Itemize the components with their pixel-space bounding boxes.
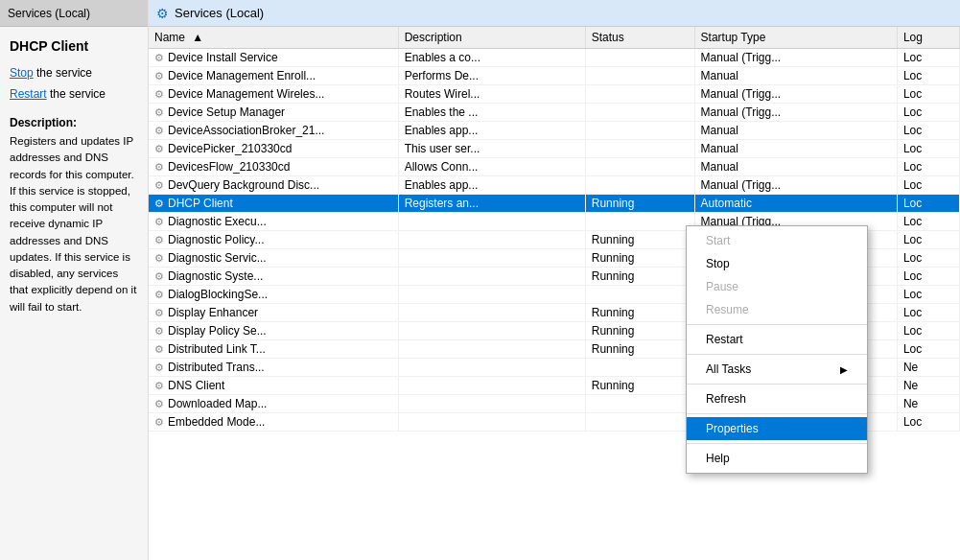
row-gear-icon: ⚙ bbox=[154, 161, 164, 173]
context-menu-item-all-tasks[interactable]: All Tasks▶ bbox=[687, 358, 867, 381]
row-gear-icon: ⚙ bbox=[154, 380, 164, 391]
restart-link[interactable]: Restart bbox=[10, 87, 47, 101]
cell-log: Loc bbox=[897, 195, 959, 213]
table-row[interactable]: ⚙Device Install ServiceEnables a co...Ma… bbox=[149, 49, 960, 67]
cell-status bbox=[585, 67, 694, 85]
cell-description bbox=[398, 377, 585, 395]
cell-log: Loc bbox=[897, 140, 959, 158]
cell-startup: Manual (Trigg... bbox=[694, 49, 897, 67]
cell-status bbox=[585, 104, 694, 122]
table-row[interactable]: ⚙DHCP ClientRegisters an...RunningAutoma… bbox=[149, 195, 960, 213]
restart-action: Restart the service bbox=[10, 84, 138, 105]
left-panel-body: DHCP Client Stop the service Restart the… bbox=[0, 27, 148, 327]
cell-log: Loc bbox=[897, 413, 959, 432]
col-description[interactable]: Description bbox=[398, 27, 585, 49]
table-header-row: Name ▲ Description Status Startup Type L… bbox=[149, 27, 960, 49]
row-name: Downloaded Map... bbox=[168, 397, 267, 410]
row-name: Display Enhancer bbox=[168, 306, 258, 319]
cell-name: ⚙Downloaded Map... bbox=[149, 395, 398, 413]
table-row[interactable]: ⚙Device Setup ManagerEnables the ...Manu… bbox=[149, 104, 960, 122]
row-name: Device Setup Manager bbox=[168, 105, 285, 119]
row-name: Embedded Mode... bbox=[168, 415, 265, 429]
row-gear-icon: ⚙ bbox=[154, 325, 164, 337]
row-name: Diagnostic Servic... bbox=[168, 251, 267, 265]
col-startup[interactable]: Startup Type bbox=[694, 27, 897, 49]
cell-description: Performs De... bbox=[398, 67, 585, 85]
row-gear-icon: ⚙ bbox=[154, 216, 164, 227]
cell-status: Running bbox=[585, 340, 694, 359]
row-name: DNS Client bbox=[168, 379, 224, 392]
cell-status: Running bbox=[585, 195, 694, 213]
table-row[interactable]: ⚙Device Management Enroll...Performs De.… bbox=[149, 67, 960, 85]
cell-startup: Manual bbox=[694, 140, 897, 158]
cell-name: ⚙Diagnostic Execu... bbox=[149, 213, 398, 231]
submenu-arrow-icon: ▶ bbox=[840, 364, 848, 375]
cell-description: Enables app... bbox=[398, 176, 585, 195]
cell-description bbox=[398, 213, 585, 231]
table-row[interactable]: ⚙DevQuery Background Disc...Enables app.… bbox=[149, 176, 960, 195]
cell-log: Loc bbox=[897, 231, 959, 249]
col-name[interactable]: Name ▲ bbox=[149, 27, 398, 49]
cell-description: Allows Conn... bbox=[398, 158, 585, 176]
row-gear-icon: ⚙ bbox=[154, 125, 164, 136]
cell-status: Running bbox=[585, 268, 694, 286]
cell-startup: Manual bbox=[694, 122, 897, 140]
table-row[interactable]: ⚙DeviceAssociationBroker_21...Enables ap… bbox=[149, 122, 960, 140]
row-name: DevQuery Background Disc... bbox=[168, 178, 319, 192]
cell-startup: Manual (Trigg... bbox=[694, 104, 897, 122]
row-gear-icon: ⚙ bbox=[154, 143, 164, 154]
stop-suffix: the service bbox=[34, 66, 92, 80]
cell-status bbox=[585, 122, 694, 140]
cell-status bbox=[585, 213, 694, 231]
cell-log: Loc bbox=[897, 122, 959, 140]
context-menu-item-properties[interactable]: Properties bbox=[687, 417, 867, 440]
menu-item-label: Start bbox=[706, 234, 730, 247]
cell-log: Loc bbox=[897, 322, 959, 340]
cell-description bbox=[398, 359, 585, 377]
cell-startup: Manual (Trigg... bbox=[694, 176, 897, 195]
sort-arrow: ▲ bbox=[192, 31, 203, 44]
cell-description bbox=[398, 286, 585, 304]
cell-name: ⚙Diagnostic Servic... bbox=[149, 249, 398, 268]
cell-status bbox=[585, 359, 694, 377]
table-row[interactable]: ⚙Device Management Wireles...Routes Wire… bbox=[149, 85, 960, 104]
context-menu-item-stop[interactable]: Stop bbox=[687, 252, 867, 275]
stop-action: Stop the service bbox=[10, 63, 138, 84]
context-menu-item-restart[interactable]: Restart bbox=[687, 328, 867, 351]
row-gear-icon: ⚙ bbox=[154, 198, 164, 209]
row-gear-icon: ⚙ bbox=[154, 416, 164, 428]
service-title: DHCP Client bbox=[10, 38, 138, 54]
row-name: Device Management Wireles... bbox=[168, 87, 324, 101]
context-menu-item-help[interactable]: Help bbox=[687, 447, 867, 470]
menu-item-label: Resume bbox=[706, 303, 749, 316]
cell-log: Loc bbox=[897, 286, 959, 304]
row-name: Diagnostic Syste... bbox=[168, 269, 263, 283]
table-row[interactable]: ⚙DevicesFlow_210330cdAllows Conn...Manua… bbox=[149, 158, 960, 176]
menu-item-label: Properties bbox=[706, 422, 759, 435]
cell-description: Enables app... bbox=[398, 122, 585, 140]
stop-link[interactable]: Stop bbox=[10, 66, 34, 80]
cell-status bbox=[585, 140, 694, 158]
cell-name: ⚙Display Enhancer bbox=[149, 304, 398, 322]
cell-description bbox=[398, 231, 585, 249]
cell-status bbox=[585, 85, 694, 104]
col-log[interactable]: Log bbox=[897, 27, 959, 49]
row-gear-icon: ⚙ bbox=[154, 106, 164, 118]
context-menu-item-pause: Pause bbox=[687, 275, 867, 298]
cell-status bbox=[585, 49, 694, 67]
col-status[interactable]: Status bbox=[585, 27, 694, 49]
cell-log: Loc bbox=[897, 304, 959, 322]
row-gear-icon: ⚙ bbox=[154, 52, 164, 63]
table-row[interactable]: ⚙DevicePicker_210330cdThis user ser...Ma… bbox=[149, 140, 960, 158]
context-menu-item-refresh[interactable]: Refresh bbox=[687, 387, 867, 410]
cell-name: ⚙Device Install Service bbox=[149, 49, 398, 67]
context-menu-item-start: Start bbox=[687, 229, 867, 252]
services-window: Services (Local) DHCP Client Stop the se… bbox=[0, 0, 960, 560]
cell-status bbox=[585, 158, 694, 176]
cell-description bbox=[398, 268, 585, 286]
context-menu-separator bbox=[687, 443, 867, 444]
cell-name: ⚙DeviceAssociationBroker_21... bbox=[149, 122, 398, 140]
cell-name: ⚙Device Management Enroll... bbox=[149, 67, 398, 85]
cell-log: Loc bbox=[897, 340, 959, 359]
cell-status: Running bbox=[585, 322, 694, 340]
